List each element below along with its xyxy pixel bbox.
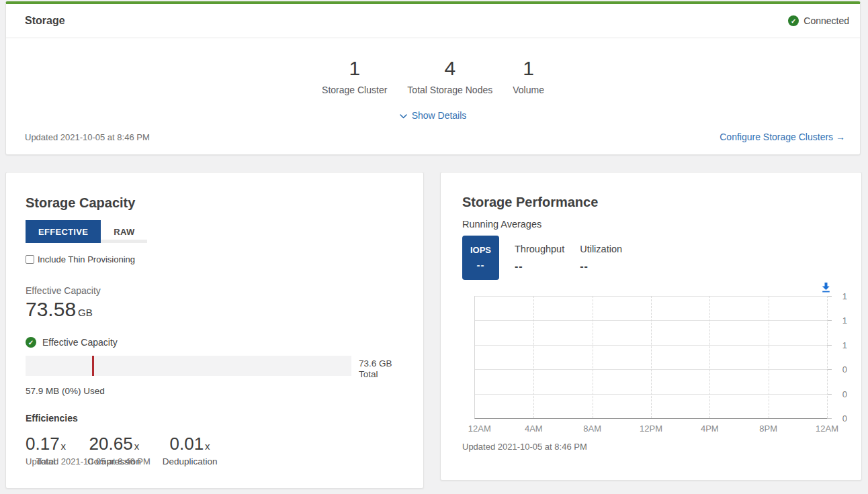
y-tick-label: 1 [842, 315, 847, 326]
metric-utilization[interactable]: Utilization -- [580, 236, 622, 273]
metric-label: Utilization [580, 244, 622, 254]
metric-value: -- [477, 259, 485, 270]
x-gridline [651, 296, 652, 418]
efficiency-value: 0.17 [26, 434, 60, 454]
effective-capacity-label: Effective Capacity [26, 285, 404, 296]
y-tick-mark [827, 320, 832, 321]
bottom-row: Storage Capacity EFFECTIVE RAW Include T… [5, 172, 862, 489]
dashboard: Storage ✓ Connected 1 Storage Cluster 4 … [0, 1, 868, 489]
y-tick-label: 0 [842, 364, 847, 375]
efficiency-suffix: x [205, 440, 210, 452]
chevron-down-icon [400, 110, 407, 121]
effective-capacity-value-row: 73.58 GB [26, 298, 404, 321]
effective-capacity-unit: GB [78, 307, 93, 318]
x-tick-label: 12PM [640, 424, 662, 434]
capacity-bar-marker [92, 356, 94, 376]
metric-label: Throughput [515, 244, 564, 254]
storage-panel: Storage ✓ Connected 1 Storage Cluster 4 … [5, 1, 861, 155]
tab-effective[interactable]: EFFECTIVE [26, 220, 101, 243]
efficiency-suffix: x [61, 440, 67, 452]
storage-performance-panel: Storage Performance Running Averages IOP… [440, 172, 862, 481]
x-tick-label: 8AM [583, 424, 601, 434]
metric-throughput[interactable]: Throughput -- [515, 236, 564, 273]
show-details-link[interactable]: Show Details [6, 110, 860, 121]
storage-panel-footer: Updated 2021-10-05 at 8:46 PM Configure … [6, 132, 860, 142]
capacity-bar [26, 356, 351, 376]
efficiencies-title: Efficiencies [26, 413, 404, 424]
capacity-used-label: 57.9 MB (0%) Used [26, 386, 404, 396]
capacity-updated-timestamp: Updated 2021-10-05 at 8:46 PM [26, 456, 150, 466]
stat-label: Total Storage Nodes [407, 85, 492, 95]
configure-storage-clusters-link[interactable]: Configure Storage Clusters → [720, 132, 845, 142]
efficiency-value: 20.65 [89, 434, 133, 454]
x-gridline [709, 296, 710, 418]
capacity-total-label: Total [359, 369, 392, 380]
download-row [462, 283, 840, 293]
show-details-label: Show Details [412, 110, 467, 121]
metric-iops[interactable]: IOPS -- [462, 236, 499, 280]
capacity-bar-title: Effective Capacity [42, 337, 118, 348]
y-tick-label: 0 [842, 389, 847, 399]
stat-label: Storage Cluster [322, 85, 387, 95]
storage-updated-timestamp: Updated 2021-10-05 at 8:46 PM [25, 132, 150, 142]
storage-panel-header: Storage ✓ Connected [6, 4, 860, 38]
x-gridline [827, 296, 828, 418]
capacity-bar-row: 73.6 GB Total [26, 356, 404, 380]
metric-label: IOPS [470, 245, 491, 255]
thin-provisioning-row: Include Thin Provisioning [26, 254, 404, 264]
y-tick-mark [827, 369, 832, 370]
efficiency-label: Deduplication [163, 456, 218, 466]
efficiency-suffix: x [134, 440, 140, 452]
performance-chart: 11100012AM4AM8AM12PM4PM8PM12AM [474, 296, 827, 419]
running-averages-label: Running Averages [462, 219, 840, 230]
check-circle-icon: ✓ [26, 337, 36, 348]
connection-status: ✓ Connected [788, 15, 849, 26]
download-icon[interactable] [822, 283, 830, 293]
y-tick-mark [827, 418, 832, 419]
efficiency-deduplication: 0.01 x Deduplication [163, 434, 218, 466]
x-tick-label: 12AM [468, 424, 491, 434]
x-gridline [533, 296, 534, 418]
y-tick-label: 0 [842, 413, 847, 424]
effective-capacity-value: 73.58 [26, 298, 76, 321]
capacity-bar-total: 73.6 GB Total [351, 356, 392, 380]
connection-status-label: Connected [804, 15, 849, 26]
storage-performance-title: Storage Performance [462, 195, 840, 210]
capacity-tabs: EFFECTIVE RAW [26, 220, 404, 243]
stat-total-storage-nodes: 4 Total Storage Nodes [407, 58, 492, 95]
thin-provisioning-checkbox[interactable] [26, 255, 34, 264]
storage-stats-row: 1 Storage Cluster 4 Total Storage Nodes … [6, 58, 860, 95]
capacity-bar-title-row: ✓ Effective Capacity [26, 337, 404, 348]
metric-value: -- [580, 260, 622, 273]
performance-metrics-row: IOPS -- Throughput -- Utilization -- [462, 236, 840, 280]
y-tick-mark [827, 394, 832, 395]
stat-value: 1 [513, 58, 544, 79]
check-circle-icon: ✓ [788, 15, 799, 26]
metric-value: -- [515, 260, 564, 273]
capacity-total-value: 73.6 GB [359, 358, 392, 369]
y-tick-label: 1 [842, 291, 847, 301]
stat-value: 4 [407, 58, 492, 79]
storage-capacity-panel: Storage Capacity EFFECTIVE RAW Include T… [5, 172, 424, 489]
x-gridline [593, 296, 593, 418]
storage-panel-title: Storage [25, 15, 65, 27]
y-tick-mark [827, 345, 832, 346]
y-tick-mark [827, 296, 832, 297]
x-tick-label: 8PM [759, 424, 777, 434]
performance-updated-timestamp: Updated 2021-10-05 at 8:46 PM [462, 442, 587, 452]
x-tick-label: 4PM [701, 424, 719, 434]
stat-storage-cluster: 1 Storage Cluster [322, 58, 387, 95]
x-gridline [769, 296, 769, 418]
stat-volume: 1 Volume [513, 58, 544, 95]
x-tick-label: 4AM [525, 424, 543, 434]
efficiency-value: 0.01 [169, 434, 204, 454]
storage-capacity-title: Storage Capacity [26, 195, 404, 211]
stat-value: 1 [322, 58, 387, 79]
x-tick-label: 12AM [816, 424, 838, 434]
header-divider [6, 38, 860, 38]
thin-provisioning-label[interactable]: Include Thin Provisioning [38, 254, 135, 264]
stat-label: Volume [513, 85, 544, 95]
tab-raw[interactable]: RAW [101, 220, 147, 243]
y-tick-label: 1 [842, 340, 847, 350]
